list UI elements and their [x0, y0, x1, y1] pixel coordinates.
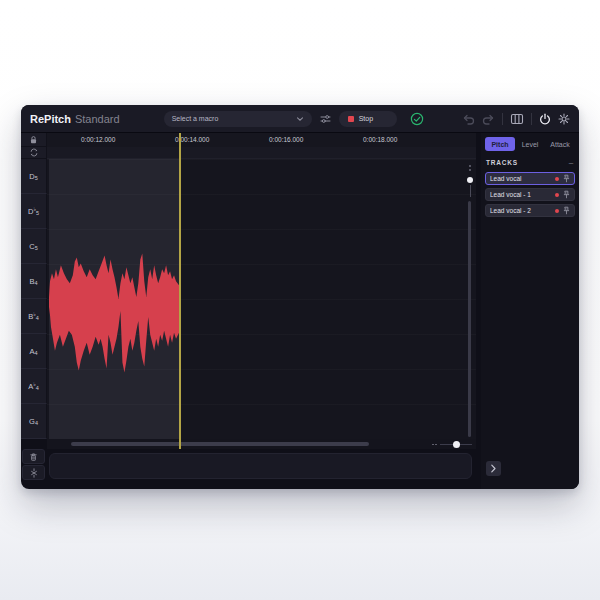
- note-label-cell: C5: [21, 229, 47, 264]
- split-icon: [29, 468, 39, 478]
- timeline-ruler[interactable]: 0:00:12.000 0:00:14.000 0:00:16.000 0:00…: [47, 133, 476, 147]
- chevron-right-icon: [490, 464, 497, 473]
- redo-icon[interactable]: [482, 113, 495, 125]
- record-dot-icon: [555, 193, 559, 197]
- note-label-column: D5 D♭5 C5 B4 B♭4 A4 A♭4 G4: [21, 159, 47, 439]
- track-name: Lead vocal - 1: [490, 191, 555, 198]
- page-background: RePitch Standard Select a macro Stop: [0, 0, 600, 600]
- vertical-zoom-knob[interactable]: [467, 177, 473, 183]
- zoom-slider-knob[interactable]: [453, 441, 460, 448]
- track-item[interactable]: Lead vocal - 2: [485, 204, 575, 217]
- stop-icon: [348, 116, 354, 122]
- macro-select-label: Select a macro: [172, 115, 219, 122]
- playhead[interactable]: [179, 133, 181, 449]
- toolbar-right-icons: [462, 113, 570, 125]
- pin-icon[interactable]: [563, 174, 570, 183]
- loop-icon: [29, 148, 39, 157]
- chevron-down-icon: [296, 116, 304, 122]
- app-window: RePitch Standard Select a macro Stop: [21, 105, 579, 489]
- left-column-gap: [21, 439, 47, 449]
- footer-lane: [49, 453, 472, 479]
- toolbar-divider: [502, 113, 503, 125]
- app-name: RePitch: [30, 113, 71, 125]
- transport-stop-button[interactable]: Stop: [339, 111, 397, 127]
- right-panel: Pitch Level Attack TRACKS – Lead vocal L…: [481, 133, 579, 489]
- pitch-editor: 0:00:12.000 0:00:14.000 0:00:16.000 0:00…: [47, 133, 476, 489]
- timeline-label: 0:00:12.000: [81, 136, 115, 143]
- note-label-cell: D5: [21, 159, 47, 194]
- pitch-grid[interactable]: [47, 159, 476, 439]
- vertical-zoom-icon: [469, 165, 471, 171]
- note-label-cell: A♭4: [21, 369, 47, 404]
- track-item[interactable]: Lead vocal: [485, 172, 575, 185]
- tracks-header-label: TRACKS: [486, 159, 518, 166]
- vertical-zoom-track: [470, 185, 471, 197]
- main-content: D5 D♭5 C5 B4 B♭4 A4 A♭4 G4: [21, 133, 579, 489]
- tab-level[interactable]: Level: [515, 137, 545, 151]
- gear-icon[interactable]: [558, 113, 570, 125]
- tab-pitch[interactable]: Pitch: [485, 137, 515, 151]
- record-dot-icon: [555, 177, 559, 181]
- split-tool-button[interactable]: [22, 465, 45, 480]
- zoom-dots-icon: [432, 444, 437, 446]
- track-name: Lead vocal: [490, 175, 555, 182]
- mode-tabs: Pitch Level Attack: [485, 137, 575, 151]
- zoom-slider-track: [440, 444, 472, 445]
- pin-icon[interactable]: [563, 206, 570, 215]
- transport-label: Stop: [359, 115, 373, 122]
- left-tool-column: D5 D♭5 C5 B4 B♭4 A4 A♭4 G4: [21, 133, 47, 489]
- undo-icon[interactable]: [462, 113, 475, 125]
- loop-button[interactable]: [21, 147, 47, 159]
- routing-icon[interactable]: [320, 114, 331, 124]
- note-label-cell: B♭4: [21, 299, 47, 334]
- power-icon[interactable]: [539, 113, 551, 125]
- delete-tool-button[interactable]: [22, 449, 45, 464]
- waveform: [49, 247, 179, 379]
- tab-attack[interactable]: Attack: [545, 137, 575, 151]
- timeline-label: 0:00:18.000: [363, 136, 397, 143]
- note-label-cell: A4: [21, 334, 47, 369]
- note-label-cell: D♭5: [21, 194, 47, 229]
- status-check-icon: [410, 112, 424, 126]
- note-label-cell: B4: [21, 264, 47, 299]
- track-name: Lead vocal - 2: [490, 207, 555, 214]
- app-edition: Standard: [75, 113, 120, 125]
- note-label-cell: G4: [21, 404, 47, 439]
- vertical-scrollbar[interactable]: [468, 201, 471, 437]
- lock-icon: [29, 135, 38, 145]
- tracks-header: TRACKS –: [486, 158, 574, 167]
- track-list: Lead vocal Lead vocal - 1 Lead vocal - 2: [485, 172, 575, 217]
- pin-icon[interactable]: [563, 190, 570, 199]
- horizontal-zoom-control[interactable]: [432, 441, 472, 448]
- track-item[interactable]: Lead vocal - 1: [485, 188, 575, 201]
- horizontal-scroll-row: [47, 439, 476, 449]
- toolbar-divider: [531, 113, 532, 125]
- macro-select[interactable]: Select a macro: [164, 111, 312, 127]
- timeline-sublane: [47, 147, 476, 159]
- app-title: RePitch Standard: [30, 113, 120, 125]
- collapse-tracks-button[interactable]: –: [569, 158, 574, 167]
- top-toolbar: RePitch Standard Select a macro Stop: [21, 105, 579, 133]
- lock-button[interactable]: [21, 133, 47, 147]
- record-dot-icon: [555, 209, 559, 213]
- horizontal-scrollbar[interactable]: [71, 442, 369, 446]
- layout-columns-icon[interactable]: [510, 113, 524, 125]
- trash-icon: [29, 452, 38, 462]
- timeline-label: 0:00:16.000: [269, 136, 303, 143]
- expand-panel-button[interactable]: [486, 461, 501, 476]
